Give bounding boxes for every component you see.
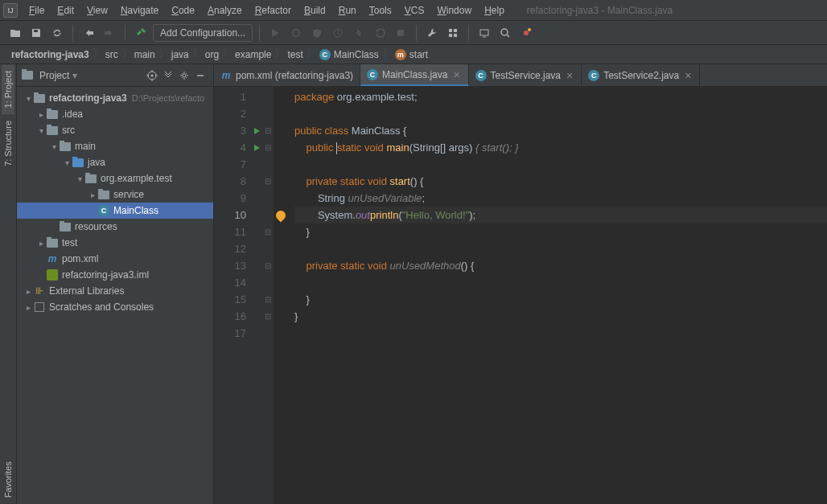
tree-icon: C (97, 204, 110, 217)
menu-code[interactable]: Code (165, 2, 201, 18)
line-number[interactable]: 9 (214, 190, 251, 207)
menu-edit[interactable]: Edit (51, 2, 80, 18)
line-number[interactable]: 2 (214, 105, 251, 122)
menu-tools[interactable]: Tools (363, 2, 398, 18)
breadcrumb-example[interactable]: example (230, 49, 276, 60)
tree-item-java[interactable]: ▾java (17, 154, 213, 170)
expand-icon[interactable] (160, 68, 176, 84)
fold-toggle[interactable]: ⊟ (262, 173, 274, 190)
fold-toggle[interactable]: ⊟ (262, 291, 274, 308)
sync-icon[interactable] (48, 24, 66, 42)
menu-navigate[interactable]: Navigate (114, 2, 165, 18)
tree-item--idea[interactable]: ▸.idea (17, 106, 213, 122)
tree-item-pom-xml[interactable]: mpom.xml (17, 251, 213, 267)
fold-toggle[interactable] (262, 156, 274, 173)
breadcrumb-refactoring-java3[interactable]: refactoring-java3 (6, 49, 94, 60)
editor-tab-mainclass-java[interactable]: CMainClass.java× (360, 64, 469, 86)
save-icon[interactable] (27, 24, 45, 42)
breadcrumb-java[interactable]: java (167, 49, 194, 60)
tree-item-resources[interactable]: resources (17, 219, 213, 235)
menu-run[interactable]: Run (332, 2, 363, 18)
chevron-icon (384, 47, 390, 63)
avd-icon[interactable] (475, 24, 493, 42)
breadcrumb-main[interactable]: main (130, 49, 160, 60)
tree-item-refactoring-java3-iml[interactable]: refactoring-java3.iml (17, 267, 213, 283)
fold-toggle[interactable] (262, 274, 274, 291)
back-icon[interactable] (80, 24, 97, 42)
close-tab-icon[interactable]: × (683, 69, 693, 82)
line-number[interactable]: 7 (214, 156, 251, 173)
editor-tab-testservice2-java[interactable]: CTestService2.java× (582, 64, 700, 86)
tree-item-service[interactable]: ▸service (17, 186, 213, 203)
hide-icon[interactable] (192, 68, 208, 84)
add-configuration-button[interactable]: Add Configuration... (153, 24, 253, 42)
line-number[interactable]: 1 (214, 88, 251, 105)
menu-file[interactable]: File (23, 2, 51, 18)
menu-build[interactable]: Build (298, 2, 332, 18)
menu-view[interactable]: View (80, 2, 114, 18)
line-number[interactable]: 12 (214, 240, 251, 257)
updates-icon[interactable] (517, 24, 535, 42)
fold-toggle[interactable]: ⊟ (262, 308, 274, 325)
menu-refactor[interactable]: Refactor (249, 2, 298, 18)
structure-icon[interactable] (444, 24, 462, 42)
fold-toggle[interactable] (262, 190, 274, 207)
line-number[interactable]: 10 (214, 207, 251, 223)
fold-toggle[interactable]: ⊟ (262, 257, 274, 274)
close-tab-icon[interactable]: × (565, 69, 574, 82)
tree-item-refactoring-java3[interactable]: ▾refactoring-java3D:\Projects\refacto (17, 90, 213, 106)
breadcrumb-org[interactable]: org (200, 49, 224, 60)
line-number[interactable]: 3 (214, 122, 251, 139)
open-icon[interactable] (6, 24, 24, 42)
fold-toggle[interactable] (262, 207, 274, 223)
line-number[interactable]: 11 (214, 223, 251, 240)
line-number[interactable]: 14 (214, 274, 251, 291)
locate-icon[interactable] (144, 68, 160, 84)
side-tab-favorites[interactable]: Favorites (2, 455, 14, 504)
side-tab-project[interactable]: 1: Project (2, 64, 14, 114)
fold-toggle[interactable] (262, 240, 274, 257)
line-number[interactable]: 16 (214, 308, 251, 325)
fold-toggle[interactable] (262, 105, 274, 122)
fold-toggle[interactable]: ⊟ (262, 122, 274, 139)
menu-analyze[interactable]: Analyze (201, 2, 249, 18)
tree-item-external-libraries[interactable]: ▸⊪External Libraries (17, 283, 213, 299)
gear-icon[interactable] (176, 68, 192, 84)
tree-item-org-example-test[interactable]: ▾org.example.test (17, 170, 213, 186)
menu-help[interactable]: Help (478, 2, 511, 18)
fold-toggle[interactable]: ⊟ (262, 223, 274, 240)
breadcrumb-mainclass[interactable]: CMainClass (315, 49, 384, 60)
line-number[interactable]: 8 (214, 173, 251, 190)
menu-vcs[interactable]: VCS (398, 2, 431, 18)
fold-gutter: ⊟⊟⊟⊟⊟⊟⊟ (262, 87, 274, 504)
breadcrumb-start[interactable]: mstart (390, 49, 433, 60)
tree-item-src[interactable]: ▾src (17, 122, 213, 138)
tree-icon (46, 268, 59, 281)
tree-item-test[interactable]: ▸test (17, 235, 213, 251)
side-tab-structure[interactable]: 7: Structure (2, 114, 14, 173)
search-icon[interactable] (496, 24, 514, 42)
close-tab-icon[interactable]: × (451, 68, 461, 81)
fold-toggle[interactable] (262, 88, 274, 105)
tree-item-mainclass[interactable]: CMainClass (17, 203, 213, 219)
breadcrumb-test[interactable]: test (282, 49, 307, 60)
code-area[interactable]: package org.example.test; public class M… (288, 87, 827, 504)
breadcrumb-src[interactable]: src (101, 49, 123, 60)
tree-item-scratches-and-consoles[interactable]: ▸Scratches and Consoles (17, 299, 213, 315)
fold-toggle[interactable]: ⊟ (262, 139, 274, 156)
editor-tab-pom-xml--refactoring-java3-[interactable]: mpom.xml (refactoring-java3) (214, 64, 360, 86)
fold-toggle[interactable] (262, 325, 274, 342)
line-number[interactable]: 15 (214, 291, 251, 308)
run-icon[interactable] (254, 145, 260, 151)
line-number[interactable]: 4 (214, 139, 251, 156)
menu-window[interactable]: Window (430, 2, 478, 18)
line-number[interactable]: 13 (214, 257, 251, 274)
run-icon[interactable] (254, 128, 260, 134)
line-number[interactable]: 17 (214, 325, 251, 342)
sidebar-title[interactable]: Project ▾ (39, 70, 144, 81)
tree-item-main[interactable]: ▾main (17, 138, 213, 154)
hammer-icon[interactable] (132, 24, 150, 42)
editor-tab-testservice-java[interactable]: CTestService.java× (469, 64, 582, 86)
wrench-icon[interactable] (423, 24, 441, 42)
intention-bulb-icon[interactable] (274, 208, 288, 222)
